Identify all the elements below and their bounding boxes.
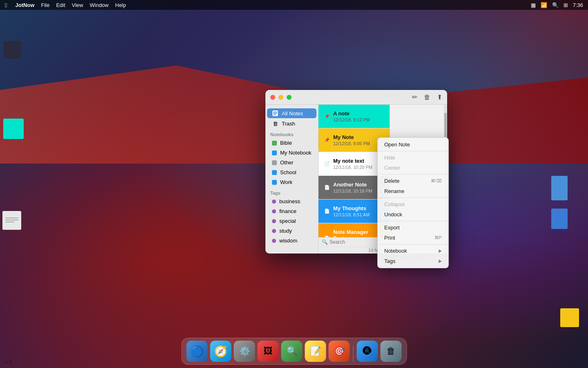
menubar-clock: 7:36 <box>573 2 583 8</box>
trash-sidebar-icon: 🗑 <box>272 120 278 127</box>
ctx-center[interactable]: Center <box>378 163 448 173</box>
other-color-dot <box>272 160 277 165</box>
dock-preview[interactable]: 🖼 <box>258 341 279 362</box>
ctx-export[interactable]: Export <box>378 222 448 233</box>
note-2-pin-icon: 📌 <box>324 137 330 143</box>
finder-icon: 🔵 <box>191 345 204 358</box>
menubar-search-icon[interactable]: 🔍 <box>552 2 559 8</box>
context-menu: Open Note Hide Center Delete ⌘⌫ Rename C… <box>377 137 449 268</box>
dock-finder[interactable]: 🔵 <box>187 341 208 362</box>
system-prefs-icon: ⚙️ <box>239 346 250 357</box>
ctx-separator-2 <box>378 174 448 175</box>
dock-safari[interactable]: 🧭 <box>210 341 232 362</box>
sidebar-item-bible[interactable]: Bible <box>267 138 316 148</box>
dock-separator <box>353 346 354 362</box>
notebooks-section-label: Notebooks <box>265 129 318 138</box>
safari-icon: 🧭 <box>214 345 227 358</box>
window-traffic-lights <box>270 95 292 100</box>
sidebar-item-other[interactable]: Other <box>267 158 316 167</box>
sidebar-item-school[interactable]: School <box>267 168 316 177</box>
sidebar-item-work[interactable]: Work <box>267 177 316 187</box>
ctx-export-label: Export <box>384 224 400 231</box>
note-1-title: A note <box>333 110 382 117</box>
ctx-separator-1 <box>378 151 448 151</box>
note-2-date: 12/12/18, 9:05 PM <box>333 141 382 146</box>
dock-appstore[interactable]: 🅐 <box>357 341 378 362</box>
trash-icon[interactable]: 🗑 <box>424 94 430 101</box>
note-item-1[interactable]: 📌 A note 12/12/18, 9:12 PM <box>318 105 390 128</box>
ctx-tags-arrow: ▶ <box>439 258 442 264</box>
window-close-button[interactable] <box>270 95 275 100</box>
window-minimize-button[interactable] <box>278 95 283 100</box>
menubar-controlcenter-icon[interactable]: ⊞ <box>564 2 568 8</box>
ctx-notebook-arrow: ▶ <box>439 248 442 254</box>
ctx-open-note[interactable]: Open Note <box>378 139 448 150</box>
menubar-right: ▦ 📶 🔍 ⊞ 7:36 <box>531 2 583 8</box>
appstore-icon: 🅐 <box>363 346 372 357</box>
ctx-tags[interactable]: Tags ▶ <box>378 256 448 266</box>
note-6-title: Note Manager Feat... <box>333 229 382 237</box>
dock-instruments[interactable]: 🎯 <box>329 341 350 362</box>
easyfind-icon: 🔍 <box>286 346 297 357</box>
ctx-print[interactable]: Print ⌘P <box>378 233 448 243</box>
ctx-collapse[interactable]: Collapse <box>378 199 448 209</box>
sidebar-item-finance[interactable]: finance <box>267 206 316 216</box>
instruments-icon: 🎯 <box>334 346 345 357</box>
ctx-notebook[interactable]: Notebook ▶ <box>378 246 448 256</box>
ctx-open-note-label: Open Note <box>384 141 410 148</box>
note-5-date: 12/11/18, 8:51 AM <box>333 212 382 217</box>
bible-label: Bible <box>280 140 292 146</box>
preview-icon: 🖼 <box>264 346 273 357</box>
finance-tag-dot <box>272 209 276 213</box>
menubar-window[interactable]: Window <box>90 2 109 8</box>
note-5-title: My Thoughts <box>333 205 382 211</box>
dock-system-prefs[interactable]: ⚙️ <box>234 341 255 362</box>
share-icon[interactable]: ⬆ <box>437 93 442 101</box>
note-5-pin-icon: 📄 <box>324 209 330 214</box>
menubar-view[interactable]: View <box>72 2 83 8</box>
background-app-icon <box>3 41 21 59</box>
background-blue-note-1 <box>551 176 568 200</box>
dock-easyfind[interactable]: 🔍 <box>281 341 303 362</box>
ctx-rename[interactable]: Rename <box>378 186 448 196</box>
dock-trash[interactable]: 🗑 <box>381 341 402 362</box>
ctx-undock-label: Undock <box>384 211 402 218</box>
my-notebook-label: My Notebook <box>280 150 312 156</box>
background-yellow-note <box>560 308 579 327</box>
ctx-delete-shortcut: ⌘⌫ <box>431 178 442 184</box>
note-4-pin-icon: 📄 <box>324 185 330 190</box>
menubar-file[interactable]: File <box>41 2 49 8</box>
ctx-undock[interactable]: Undock <box>378 209 448 220</box>
bible-color-dot <box>272 141 277 146</box>
sidebar-item-study[interactable]: study <box>267 226 316 236</box>
background-blue-note-2 <box>551 209 568 229</box>
menubar-wifi-icon: 📶 <box>541 2 547 8</box>
sidebar-item-wisdom[interactable]: wisdom <box>267 236 316 245</box>
apple-logo[interactable]:  <box>5 2 7 9</box>
scrollbar-thumb[interactable] <box>444 113 447 137</box>
finance-label: finance <box>279 208 296 214</box>
menubar-help[interactable]: Help <box>115 2 126 8</box>
dock-stickies[interactable]: 📝 <box>305 341 326 362</box>
note-3-date: 12/11/18, 10:20 PM <box>333 165 382 170</box>
sidebar-item-my-notebook[interactable]: My Notebook <box>267 148 316 157</box>
ctx-hide[interactable]: Hide <box>378 153 448 163</box>
sidebar-item-trash[interactable]: 🗑 Trash <box>267 119 316 128</box>
sidebar-item-business[interactable]: business <box>267 197 316 206</box>
ctx-delete[interactable]: Delete ⌘⌫ <box>378 176 448 186</box>
ctx-separator-3 <box>378 197 448 198</box>
sidebar-item-all-notes[interactable]: All Notes <box>267 108 316 118</box>
wisdom-tag-dot <box>272 239 276 243</box>
window-maximize-button[interactable] <box>287 95 292 100</box>
menubar-app-name[interactable]: JotNow <box>15 2 34 8</box>
sidebar: All Notes 🗑 Trash Notebooks Bible My Not… <box>265 105 318 254</box>
note-1-content: A note 12/12/18, 9:12 PM <box>332 108 385 125</box>
menubar-edit[interactable]: Edit <box>56 2 65 8</box>
ctx-collapse-label: Collapse <box>384 201 405 207</box>
note-1-pin-icon: 📌 <box>324 114 330 119</box>
trash-label: Trash <box>282 121 295 127</box>
menubar:  JotNow File Edit View Window Help ▦ 📶 … <box>0 0 588 10</box>
sidebar-item-special[interactable]: special <box>267 216 316 226</box>
edit-icon[interactable]: ✏ <box>412 93 417 101</box>
note-4-date: 12/11/18, 10:18 PM <box>333 188 382 193</box>
